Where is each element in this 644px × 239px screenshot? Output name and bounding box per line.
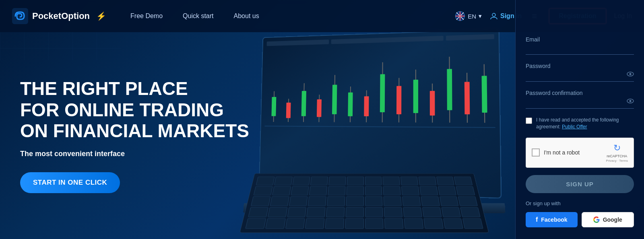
logo-icon bbox=[12, 8, 28, 24]
or-sign-up-text: Or sign up with bbox=[526, 200, 634, 206]
user-icon bbox=[490, 12, 498, 20]
hero-subtitle: The most convenient interface bbox=[20, 150, 282, 158]
recaptcha-box[interactable]: I'm not a robot ↻ reCAPTCHA Privacy · Te… bbox=[526, 138, 634, 168]
terms-checkbox[interactable] bbox=[526, 117, 532, 124]
password-label: Password bbox=[526, 63, 634, 69]
public-offer-link[interactable]: Public Offer bbox=[562, 124, 587, 130]
lightning-icon: ⚡ bbox=[96, 11, 106, 21]
email-input[interactable] bbox=[526, 44, 634, 51]
password-field-container: Password bbox=[526, 63, 634, 82]
password-confirm-eye-icon[interactable] bbox=[627, 98, 634, 105]
password-eye-icon[interactable] bbox=[627, 71, 634, 78]
email-input-row bbox=[526, 44, 634, 51]
nav-about-us[interactable]: About us bbox=[234, 12, 259, 20]
nav-quick-start[interactable]: Quick start bbox=[183, 12, 213, 20]
password-confirm-input[interactable] bbox=[526, 98, 627, 105]
terms-text: I have read and accepted the following a… bbox=[536, 117, 634, 130]
recaptcha-left: I'm not a robot bbox=[532, 148, 580, 157]
password-confirm-field-container: Password confirmation bbox=[526, 90, 634, 109]
svg-point-8 bbox=[630, 100, 632, 102]
svg-point-4 bbox=[492, 13, 495, 16]
svg-rect-1 bbox=[12, 8, 28, 24]
hero-content: THE RIGHT PLACE FOR ONLINE TRADING ON FI… bbox=[0, 32, 302, 239]
recaptcha-text: I'm not a robot bbox=[544, 149, 580, 156]
social-buttons: f Facebook Google bbox=[526, 212, 634, 227]
facebook-icon: f bbox=[536, 216, 538, 223]
email-label: Email bbox=[526, 36, 634, 43]
logo-text: PocketOption bbox=[32, 11, 90, 21]
terms-checkbox-row: I have read and accepted the following a… bbox=[526, 117, 634, 130]
page-wrapper: PocketOption ⚡ Free Demo Quick start Abo… bbox=[0, 0, 644, 239]
google-signup-button[interactable]: Google bbox=[582, 212, 634, 227]
logo[interactable]: PocketOption ⚡ bbox=[12, 8, 106, 24]
globe-icon bbox=[455, 11, 465, 21]
nav-links: Free Demo Quick start About us bbox=[130, 12, 455, 20]
password-confirm-label: Password confirmation bbox=[526, 90, 634, 96]
password-input-row bbox=[526, 71, 634, 78]
nav-free-demo[interactable]: Free Demo bbox=[130, 12, 163, 20]
email-field-container: Email bbox=[526, 36, 634, 55]
recaptcha-icon: ↻ bbox=[613, 143, 621, 153]
facebook-signup-button[interactable]: f Facebook bbox=[526, 212, 578, 227]
password-confirm-input-row bbox=[526, 98, 634, 105]
google-icon bbox=[593, 216, 600, 223]
hero-title: THE RIGHT PLACE FOR ONLINE TRADING ON FI… bbox=[20, 78, 282, 142]
password-input[interactable] bbox=[526, 71, 627, 78]
recaptcha-brand: reCAPTCHA bbox=[607, 154, 627, 158]
language-selector[interactable]: EN ▾ bbox=[455, 11, 482, 21]
cta-button[interactable]: START IN ONE CLICK bbox=[20, 172, 120, 193]
registration-panel: Email Password Password confirmation bbox=[515, 0, 644, 239]
lang-chevron-icon: ▾ bbox=[479, 12, 482, 20]
recaptcha-checkbox[interactable] bbox=[532, 148, 540, 157]
svg-point-6 bbox=[630, 73, 632, 75]
recaptcha-terms: Privacy · Terms bbox=[606, 159, 628, 163]
lang-label: EN bbox=[468, 13, 476, 20]
recaptcha-logo: ↻ reCAPTCHA Privacy · Terms bbox=[606, 143, 628, 163]
signup-button[interactable]: SIGN UP bbox=[526, 175, 634, 193]
